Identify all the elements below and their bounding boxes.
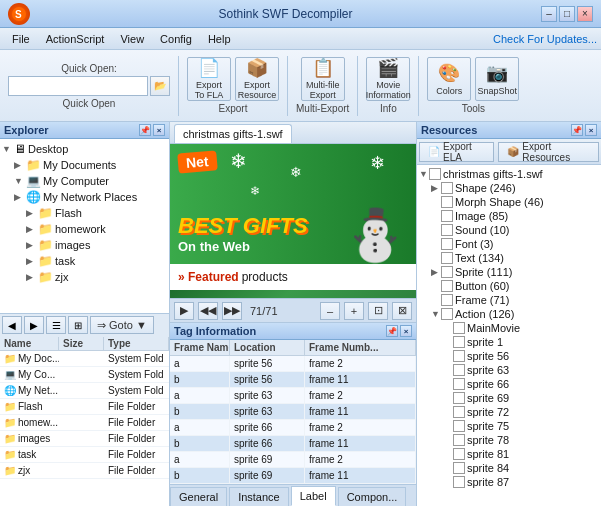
menu-file[interactable]: File bbox=[4, 31, 38, 47]
res-item-sprite75[interactable]: sprite 75 bbox=[419, 419, 599, 433]
checkbox-root[interactable] bbox=[429, 168, 441, 180]
tree-item-my-computer[interactable]: ▼ 💻 My Computer bbox=[2, 173, 167, 189]
resources-close-button[interactable]: × bbox=[585, 124, 597, 136]
res-item-sprite[interactable]: ▶ Sprite (111) bbox=[419, 265, 599, 279]
res-item-frame[interactable]: Frame (71) bbox=[419, 293, 599, 307]
browse-folder-button[interactable]: 📂 bbox=[150, 76, 170, 96]
table-row[interactable]: 🌐My Net... System Fold bbox=[0, 383, 169, 399]
res-item-sprite69[interactable]: sprite 69 bbox=[419, 391, 599, 405]
back-button[interactable]: ◀ bbox=[2, 316, 22, 334]
export-resources-button[interactable]: 📦 Export Resources bbox=[498, 142, 599, 162]
checkbox-sprite87[interactable] bbox=[453, 476, 465, 488]
zoom-in-button[interactable]: + bbox=[344, 302, 364, 320]
movie-info-button[interactable]: 🎬 MovieInformation bbox=[366, 57, 410, 101]
rewind-button[interactable]: ◀◀ bbox=[198, 302, 218, 320]
res-item-root[interactable]: ▼ christmas gifts-1.swf bbox=[419, 167, 599, 181]
res-item-sprite63[interactable]: sprite 63 bbox=[419, 363, 599, 377]
tab-general[interactable]: General bbox=[170, 487, 227, 506]
quick-open-input[interactable] bbox=[8, 76, 148, 96]
explorer-close-button[interactable]: × bbox=[153, 124, 165, 136]
explorer-pin-button[interactable]: 📌 bbox=[139, 124, 151, 136]
checkbox-sprite63[interactable] bbox=[453, 364, 465, 376]
table-row[interactable]: a sprite 63 frame 2 bbox=[170, 388, 416, 404]
tab-component[interactable]: Compon... bbox=[338, 487, 407, 506]
table-row[interactable]: b sprite 66 frame 11 bbox=[170, 436, 416, 452]
res-item-morph[interactable]: Morph Shape (46) bbox=[419, 195, 599, 209]
play-button[interactable]: ▶ bbox=[174, 302, 194, 320]
table-row[interactable]: 📁My Doc... System Fold bbox=[0, 351, 169, 367]
table-row[interactable]: b sprite 63 frame 11 bbox=[170, 404, 416, 420]
check-updates-link[interactable]: Check For Updates... bbox=[493, 33, 597, 45]
snapshot-button[interactable]: 📷 SnapShot bbox=[475, 57, 519, 101]
checkbox-sprite66[interactable] bbox=[453, 378, 465, 390]
checkbox-sprite72[interactable] bbox=[453, 406, 465, 418]
tree-item-task[interactable]: ▶ 📁 task bbox=[2, 253, 167, 269]
table-row[interactable]: b sprite 56 frame 11 bbox=[170, 372, 416, 388]
swf-tab-item[interactable]: christmas gifts-1.swf bbox=[174, 124, 292, 143]
tag-info-pin-button[interactable]: 📌 bbox=[386, 325, 398, 337]
resources-pin-button[interactable]: 📌 bbox=[571, 124, 583, 136]
res-item-action[interactable]: ▼ Action (126) bbox=[419, 307, 599, 321]
res-item-sprite78[interactable]: sprite 78 bbox=[419, 433, 599, 447]
table-row[interactable]: 📁task File Folder bbox=[0, 447, 169, 463]
checkbox-sound[interactable] bbox=[441, 224, 453, 236]
res-item-mainmovie[interactable]: MainMovie bbox=[419, 321, 599, 335]
res-item-sprite66[interactable]: sprite 66 bbox=[419, 377, 599, 391]
checkbox-sprite84[interactable] bbox=[453, 462, 465, 474]
forward-button[interactable]: ▶▶ bbox=[222, 302, 242, 320]
res-item-button[interactable]: Button (60) bbox=[419, 279, 599, 293]
checkbox-image[interactable] bbox=[441, 210, 453, 222]
export-ela-button[interactable]: 📄 Export ELA bbox=[419, 142, 494, 162]
fit-button[interactable]: ⊡ bbox=[368, 302, 388, 320]
checkbox-mainmovie[interactable] bbox=[453, 322, 465, 334]
table-row[interactable]: 💻My Co... System Fold bbox=[0, 367, 169, 383]
zoom-out-button[interactable]: – bbox=[320, 302, 340, 320]
table-row[interactable]: a sprite 66 frame 2 bbox=[170, 420, 416, 436]
menu-view[interactable]: View bbox=[112, 31, 152, 47]
checkbox-sprite81[interactable] bbox=[453, 448, 465, 460]
checkbox-sprite75[interactable] bbox=[453, 420, 465, 432]
tree-item-desktop[interactable]: ▼ 🖥 Desktop bbox=[2, 141, 167, 157]
res-item-image[interactable]: Image (85) bbox=[419, 209, 599, 223]
detail-view-button[interactable]: ⊞ bbox=[68, 316, 88, 334]
res-item-sprite81[interactable]: sprite 81 bbox=[419, 447, 599, 461]
tree-item-my-documents[interactable]: ▶ 📁 My Documents bbox=[2, 157, 167, 173]
tree-item-network[interactable]: ▶ 🌐 My Network Places bbox=[2, 189, 167, 205]
table-row[interactable]: b sprite 69 frame 11 bbox=[170, 468, 416, 484]
table-row[interactable]: a sprite 56 frame 2 bbox=[170, 356, 416, 372]
checkbox-morph[interactable] bbox=[441, 196, 453, 208]
res-item-sprite84[interactable]: sprite 84 bbox=[419, 461, 599, 475]
checkbox-frame[interactable] bbox=[441, 294, 453, 306]
goto-button[interactable]: ⇒ Goto ▼ bbox=[90, 316, 154, 334]
checkbox-sprite1[interactable] bbox=[453, 336, 465, 348]
multi-export-button[interactable]: 📋 Multi-fileExport bbox=[301, 57, 345, 101]
tree-item-zjx[interactable]: ▶ 📁 zjx bbox=[2, 269, 167, 285]
table-row[interactable]: 📁Flash File Folder bbox=[0, 399, 169, 415]
tab-instance[interactable]: Instance bbox=[229, 487, 289, 506]
menu-config[interactable]: Config bbox=[152, 31, 200, 47]
menu-help[interactable]: Help bbox=[200, 31, 239, 47]
res-item-sprite1[interactable]: sprite 1 bbox=[419, 335, 599, 349]
res-item-sound[interactable]: Sound (10) bbox=[419, 223, 599, 237]
checkbox-sprite69[interactable] bbox=[453, 392, 465, 404]
actual-size-button[interactable]: ⊠ bbox=[392, 302, 412, 320]
menu-actionscript[interactable]: ActionScript bbox=[38, 31, 113, 47]
checkbox-action[interactable] bbox=[441, 308, 453, 320]
table-row[interactable]: 📁zjx File Folder bbox=[0, 463, 169, 479]
minimize-button[interactable]: – bbox=[541, 6, 557, 22]
checkbox-sprite[interactable] bbox=[441, 266, 453, 278]
res-item-sprite56[interactable]: sprite 56 bbox=[419, 349, 599, 363]
tab-label[interactable]: Label bbox=[291, 486, 336, 506]
checkbox-button[interactable] bbox=[441, 280, 453, 292]
forward-button[interactable]: ▶ bbox=[24, 316, 44, 334]
tree-item-flash[interactable]: ▶ 📁 Flash bbox=[2, 205, 167, 221]
res-item-sprite87[interactable]: sprite 87 bbox=[419, 475, 599, 489]
checkbox-font[interactable] bbox=[441, 238, 453, 250]
tree-item-homework[interactable]: ▶ 📁 homework bbox=[2, 221, 167, 237]
checkbox-shape[interactable] bbox=[441, 182, 453, 194]
export-resource-button[interactable]: 📦 ExportResource bbox=[235, 57, 279, 101]
res-item-shape[interactable]: ▶ Shape (246) bbox=[419, 181, 599, 195]
list-view-button[interactable]: ☰ bbox=[46, 316, 66, 334]
tree-item-images[interactable]: ▶ 📁 images bbox=[2, 237, 167, 253]
checkbox-sprite56[interactable] bbox=[453, 350, 465, 362]
